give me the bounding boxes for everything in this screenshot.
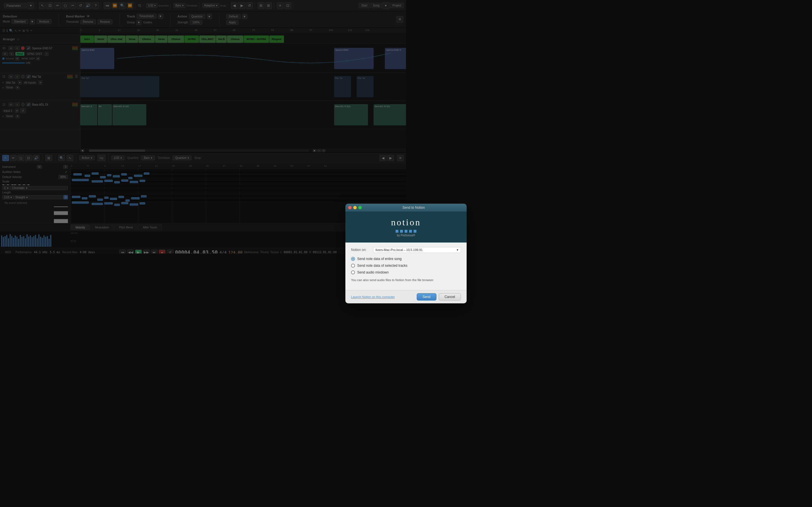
modal-max-btn[interactable] [358,206,362,209]
dot2 [400,230,403,233]
notion-server-dropdown[interactable]: livers-Mac-Pro.local – 10.5.199.91 ▾ [373,247,406,253]
modal-titlebar: Send to Notion [345,204,406,212]
notion-server-text: livers-Mac-Pro.local – 10.5.199.91 [375,248,406,251]
modal-logo-area: notion by PreSonus® [345,212,406,242]
modal-content: Notion on: livers-Mac-Pro.local – 10.5.1… [345,242,406,253]
notion-on-row: Notion on: livers-Mac-Pro.local – 10.5.1… [351,247,406,253]
modal-overlay[interactable]: Send to Notion notion by PreSonus® Notio… [0,0,406,253]
notion-presonus: by PreSonus® [351,234,406,237]
dot1 [396,230,398,233]
modal-min-btn[interactable] [353,206,357,209]
dot3 [405,230,406,233]
modal-title: Send to Notion [363,206,406,210]
modal-body: notion by PreSonus® Notion on: livers-Ma… [345,212,406,253]
modal-close-btn[interactable] [348,206,352,209]
notion-on-label: Notion on: [351,248,371,252]
notion-logo: notion [351,217,406,228]
notion-logo-dots [351,230,406,233]
send-to-notion-modal: Send to Notion notion by PreSonus® Notio… [345,204,406,253]
